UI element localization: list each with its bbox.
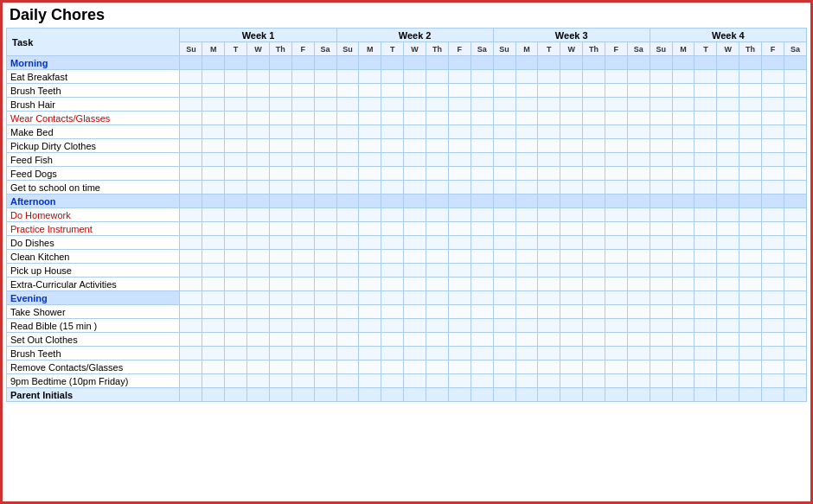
day-cell[interactable] <box>381 319 404 333</box>
day-cell[interactable] <box>225 112 247 125</box>
day-cell[interactable] <box>515 139 538 153</box>
day-cell[interactable] <box>269 347 291 360</box>
day-cell[interactable] <box>672 56 695 70</box>
day-cell[interactable] <box>426 305 448 319</box>
day-cell[interactable] <box>605 278 627 291</box>
day-cell[interactable] <box>493 305 515 319</box>
day-cell[interactable] <box>448 360 471 374</box>
day-cell[interactable] <box>471 305 493 319</box>
day-cell[interactable] <box>650 125 672 139</box>
day-cell[interactable] <box>672 360 695 374</box>
day-cell[interactable] <box>739 264 762 278</box>
day-cell[interactable] <box>650 374 672 388</box>
day-cell[interactable] <box>291 347 314 360</box>
day-cell[interactable] <box>493 125 515 139</box>
day-cell[interactable] <box>538 264 560 278</box>
day-cell[interactable] <box>650 388 672 402</box>
day-cell[interactable] <box>739 181 762 195</box>
day-cell[interactable] <box>650 360 672 374</box>
day-cell[interactable] <box>739 153 762 167</box>
day-cell[interactable] <box>784 278 806 291</box>
day-cell[interactable] <box>314 305 336 319</box>
day-cell[interactable] <box>471 84 493 98</box>
day-cell[interactable] <box>717 347 739 360</box>
day-cell[interactable] <box>627 291 650 305</box>
day-cell[interactable] <box>180 291 202 305</box>
day-cell[interactable] <box>381 278 404 291</box>
day-cell[interactable] <box>695 112 717 125</box>
day-cell[interactable] <box>538 305 560 319</box>
day-cell[interactable] <box>336 181 359 195</box>
day-cell[interactable] <box>269 98 291 112</box>
day-cell[interactable] <box>762 236 784 250</box>
day-cell[interactable] <box>627 195 650 208</box>
day-cell[interactable] <box>627 360 650 374</box>
day-cell[interactable] <box>784 84 806 98</box>
day-cell[interactable] <box>717 125 739 139</box>
day-cell[interactable] <box>314 236 336 250</box>
day-cell[interactable] <box>538 70 560 84</box>
day-cell[interactable] <box>202 222 225 236</box>
day-cell[interactable] <box>269 264 291 278</box>
day-cell[interactable] <box>493 139 515 153</box>
day-cell[interactable] <box>650 56 672 70</box>
day-cell[interactable] <box>225 181 247 195</box>
day-cell[interactable] <box>269 167 291 181</box>
day-cell[interactable] <box>605 195 627 208</box>
day-cell[interactable] <box>336 70 359 84</box>
day-cell[interactable] <box>695 305 717 319</box>
day-cell[interactable] <box>180 388 202 402</box>
day-cell[interactable] <box>672 333 695 347</box>
day-cell[interactable] <box>291 236 314 250</box>
day-cell[interactable] <box>225 125 247 139</box>
day-cell[interactable] <box>695 278 717 291</box>
day-cell[interactable] <box>605 291 627 305</box>
day-cell[interactable] <box>336 222 359 236</box>
day-cell[interactable] <box>605 181 627 195</box>
day-cell[interactable] <box>627 374 650 388</box>
day-cell[interactable] <box>583 360 605 374</box>
day-cell[interactable] <box>225 153 247 167</box>
day-cell[interactable] <box>695 181 717 195</box>
day-cell[interactable] <box>538 250 560 264</box>
day-cell[interactable] <box>493 291 515 305</box>
day-cell[interactable] <box>269 236 291 250</box>
day-cell[interactable] <box>627 264 650 278</box>
day-cell[interactable] <box>493 360 515 374</box>
day-cell[interactable] <box>314 112 336 125</box>
day-cell[interactable] <box>225 250 247 264</box>
day-cell[interactable] <box>493 347 515 360</box>
day-cell[interactable] <box>672 153 695 167</box>
day-cell[interactable] <box>560 278 583 291</box>
day-cell[interactable] <box>336 84 359 98</box>
day-cell[interactable] <box>515 112 538 125</box>
day-cell[interactable] <box>672 167 695 181</box>
day-cell[interactable] <box>269 70 291 84</box>
day-cell[interactable] <box>739 167 762 181</box>
day-cell[interactable] <box>314 360 336 374</box>
day-cell[interactable] <box>717 264 739 278</box>
day-cell[interactable] <box>247 347 270 360</box>
day-cell[interactable] <box>404 125 426 139</box>
day-cell[interactable] <box>291 374 314 388</box>
day-cell[interactable] <box>784 319 806 333</box>
day-cell[interactable] <box>605 222 627 236</box>
day-cell[interactable] <box>225 305 247 319</box>
day-cell[interactable] <box>739 305 762 319</box>
day-cell[interactable] <box>225 208 247 222</box>
day-cell[interactable] <box>560 70 583 84</box>
day-cell[interactable] <box>180 250 202 264</box>
day-cell[interactable] <box>314 153 336 167</box>
day-cell[interactable] <box>381 347 404 360</box>
day-cell[interactable] <box>605 305 627 319</box>
day-cell[interactable] <box>381 195 404 208</box>
day-cell[interactable] <box>426 125 448 139</box>
day-cell[interactable] <box>538 98 560 112</box>
day-cell[interactable] <box>180 374 202 388</box>
day-cell[interactable] <box>672 374 695 388</box>
day-cell[interactable] <box>269 125 291 139</box>
day-cell[interactable] <box>739 84 762 98</box>
day-cell[interactable] <box>515 84 538 98</box>
day-cell[interactable] <box>762 360 784 374</box>
day-cell[interactable] <box>471 250 493 264</box>
